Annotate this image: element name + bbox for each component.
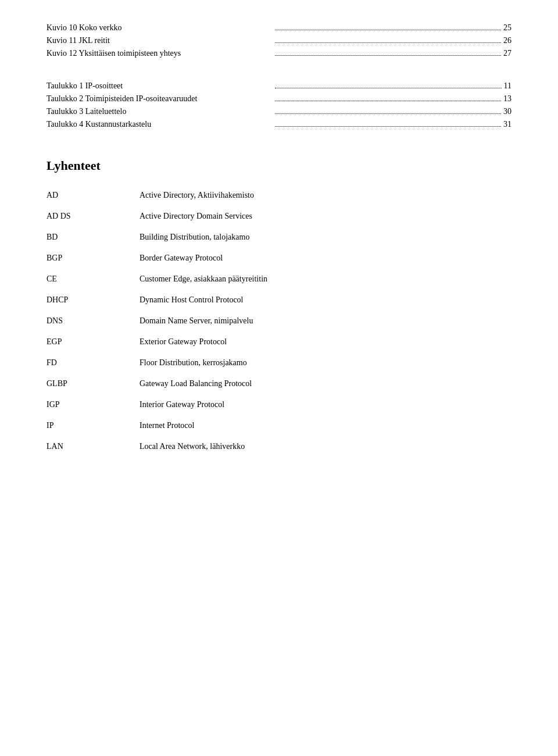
toc-figure-page: 27	[503, 49, 512, 58]
abbr-code: DNS	[46, 316, 140, 326]
abbr-code: AD	[46, 191, 140, 200]
abbr-description: Floor Distribution, kerrosjakamo	[140, 358, 512, 368]
abbr-description: Customer Edge, asiakkaan päätyreititin	[140, 274, 512, 284]
abbr-code: AD DS	[46, 212, 140, 221]
toc-table-entry: Taulukko 3 Laiteluettelo 30	[46, 107, 512, 116]
abbr-code: BD	[46, 233, 140, 242]
abbr-code: IGP	[46, 400, 140, 409]
abbreviation-row: FD Floor Distribution, kerrosjakamo	[46, 358, 512, 368]
abbr-description: Exterior Gateway Protocol	[140, 337, 512, 347]
toc-table-page: 31	[503, 120, 512, 129]
toc-table-label: Taulukko 3 Laiteluettelo	[46, 107, 273, 116]
abbreviation-row: IP Internet Protocol	[46, 421, 512, 430]
abbr-description: Gateway Load Balancing Protocol	[140, 379, 512, 388]
toc-dots	[275, 101, 501, 101]
lyhenteet-section: Lyhenteet AD Active Directory, Aktiiviha…	[46, 158, 512, 451]
abbr-code: BGP	[46, 254, 140, 263]
abbr-description: Interior Gateway Protocol	[140, 400, 512, 409]
toc-figure-page: 26	[503, 36, 512, 45]
toc-dots	[275, 55, 501, 56]
abbreviation-row: IGP Interior Gateway Protocol	[46, 400, 512, 409]
toc-table-page: 13	[503, 94, 512, 104]
toc-dots	[275, 126, 501, 127]
toc-figure-label: Kuvio 10 Koko verkko	[46, 23, 273, 33]
abbr-description: Active Directory Domain Services	[140, 212, 512, 221]
toc-figure-page: 25	[503, 23, 512, 33]
abbreviation-row: EGP Exterior Gateway Protocol	[46, 337, 512, 347]
toc-table-label: Taulukko 4 Kustannustarkastelu	[46, 120, 273, 129]
abbr-description: Domain Name Server, nimipalvelu	[140, 316, 512, 326]
abbreviation-row: AD Active Directory, Aktiivihakemisto	[46, 191, 512, 200]
abbreviation-row: DNS Domain Name Server, nimipalvelu	[46, 316, 512, 326]
toc-table-label: Taulukko 1 IP-osoitteet	[46, 81, 273, 91]
abbr-code: GLBP	[46, 379, 140, 388]
lyhenteet-heading: Lyhenteet	[46, 158, 512, 173]
toc-table-label: Taulukko 2 Toimipisteiden IP-osoiteavaru…	[46, 94, 273, 104]
toc-figure-entry: Kuvio 12 Yksittäisen toimipisteen yhteys…	[46, 49, 512, 58]
toc-figure-label: Kuvio 11 JKL reitit	[46, 36, 273, 45]
abbreviation-row: GLBP Gateway Load Balancing Protocol	[46, 379, 512, 388]
abbr-description: Internet Protocol	[140, 421, 512, 430]
abbreviation-row: DHCP Dynamic Host Control Protocol	[46, 295, 512, 305]
toc-table-entry: Taulukko 2 Toimipisteiden IP-osoiteavaru…	[46, 94, 512, 104]
toc-table-page: 30	[503, 107, 512, 116]
toc-table-entry: Taulukko 1 IP-osoitteet 11	[46, 81, 512, 91]
abbr-code: CE	[46, 274, 140, 284]
toc-figures-section: Kuvio 10 Koko verkko 25 Kuvio 11 JKL rei…	[46, 23, 512, 58]
abbr-description: Active Directory, Aktiivihakemisto	[140, 191, 512, 200]
toc-dots	[275, 88, 501, 88]
abbreviation-row: AD DS Active Directory Domain Services	[46, 212, 512, 221]
toc-figure-entry: Kuvio 10 Koko verkko 25	[46, 23, 512, 33]
abbreviation-row: BD Building Distribution, talojakamo	[46, 233, 512, 242]
toc-table-page: 11	[504, 81, 512, 91]
abbreviation-row: BGP Border Gateway Protocol	[46, 254, 512, 263]
toc-dots	[275, 30, 501, 30]
toc-dots	[275, 42, 501, 43]
toc-figure-entry: Kuvio 11 JKL reitit 26	[46, 36, 512, 45]
toc-tables-section: Taulukko 1 IP-osoitteet 11 Taulukko 2 To…	[46, 81, 512, 129]
abbr-description: Dynamic Host Control Protocol	[140, 295, 512, 305]
abbr-code: FD	[46, 358, 140, 368]
toc-figure-label: Kuvio 12 Yksittäisen toimipisteen yhteys	[46, 49, 273, 58]
abbr-description: Local Area Network, lähiverkko	[140, 442, 512, 451]
toc-dots	[275, 113, 501, 114]
abbr-description: Building Distribution, talojakamo	[140, 233, 512, 242]
abbreviations-list: AD Active Directory, Aktiivihakemisto AD…	[46, 191, 512, 451]
toc-table-entry: Taulukko 4 Kustannustarkastelu 31	[46, 120, 512, 129]
abbr-code: DHCP	[46, 295, 140, 305]
abbr-code: EGP	[46, 337, 140, 347]
abbr-code: IP	[46, 421, 140, 430]
abbreviation-row: CE Customer Edge, asiakkaan päätyreititi…	[46, 274, 512, 284]
abbreviation-row: LAN Local Area Network, lähiverkko	[46, 442, 512, 451]
abbr-description: Border Gateway Protocol	[140, 254, 512, 263]
abbr-code: LAN	[46, 442, 140, 451]
